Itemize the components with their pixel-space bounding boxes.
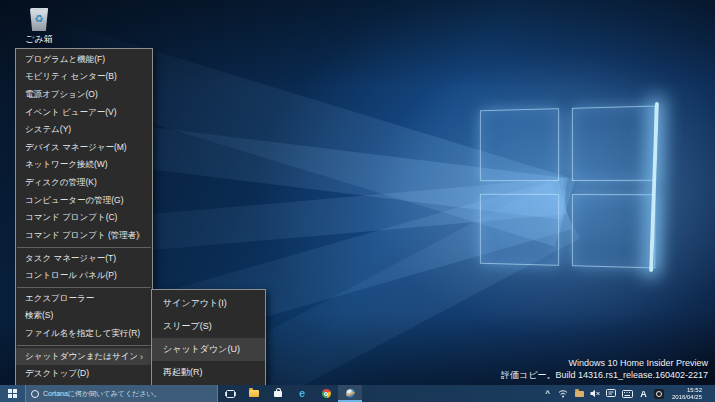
menu-item-label: ファイル名を指定して実行(R) [25,328,140,340]
ime-latin-icon: A [640,389,647,399]
system-tray: ^ [542,385,715,402]
action-center-button[interactable] [606,388,617,400]
menu-item[interactable]: ディスクの管理(K) [16,174,152,192]
wifi-icon [558,389,568,398]
planet-app-button[interactable] [338,385,362,402]
store-bag-icon [274,391,282,397]
menu-item[interactable]: エクスプローラー [16,290,152,308]
submenu-item-label: 再起動(R) [163,366,254,379]
menu-item[interactable]: イベント ビューアー(V) [16,104,152,122]
cortana-icon [31,390,39,398]
submenu-item[interactable]: スリープ(S) [152,315,265,338]
menu-item-label: デバイス マネージャー(M) [25,142,140,154]
menu-item-label: プログラムと機能(F) [25,54,140,66]
cortana-search-box[interactable]: Cortanaに何か聞いてみてください。 [25,385,218,402]
menu-item[interactable]: 電源オプション(O) [16,86,152,104]
wallpaper-window-pane [480,108,559,181]
ime-mode-button[interactable]: A [638,388,649,400]
menu-item-label: デスクトップ(D) [25,368,140,380]
chevron-up-icon: ^ [545,390,550,398]
planet-app-icon [346,389,355,398]
wallpaper-window-pane [480,193,559,266]
menu-item[interactable]: 検索(S) [16,308,152,326]
menu-item[interactable]: コンピューターの管理(G) [16,192,152,210]
watermark-line1: Windows 10 Home Insider Preview [501,358,708,370]
menu-item[interactable]: コマンド プロンプト(C) [16,209,152,227]
recycle-bin-label: ごみ箱 [17,33,61,46]
menu-item-label: 電源オプション(O) [25,89,140,101]
menu-item[interactable]: モビリティ センター(B) [16,69,152,87]
menu-item-label: モビリティ センター(B) [25,71,140,83]
ime-badge-button[interactable] [654,388,665,400]
menu-item[interactable]: シャットダウンまたはサインアウト(U) › [16,348,152,366]
network-tray-button[interactable] [558,388,569,400]
clock-date: 2016/04/25 [672,394,702,401]
folder-tray-icon [575,391,584,397]
action-center-icon [606,389,616,398]
submenu-item-label: シャットダウン(U) [163,343,254,356]
touch-keyboard-button[interactable] [622,388,633,400]
menu-item-label: イベント ビューアー(V) [25,107,140,119]
winx-menu: プログラムと機能(F) モビリティ センター(B) 電源オプション(O) イベン… [15,48,153,386]
menu-item-label: コントロール パネル(P) [25,270,140,282]
start-button[interactable] [0,385,25,402]
wallpaper-window-pane [571,106,655,181]
menu-item[interactable]: デスクトップ(D) [16,365,152,383]
store-button[interactable] [266,385,290,402]
menu-item-label: シャットダウンまたはサインアウト(U) [25,351,137,363]
menu-item[interactable]: システム(Y) [16,121,152,139]
menu-item[interactable]: コントロール パネル(P) [16,267,152,285]
submenu-item[interactable]: 再起動(R) [152,361,265,384]
file-explorer-button[interactable] [242,385,266,402]
edge-icon: e [299,388,305,399]
ime-badge-icon [654,389,664,399]
task-view-button[interactable] [218,385,242,402]
submenu-arrow-icon: › [140,352,143,362]
edge-button[interactable]: e [290,385,314,402]
recycle-bin-icon: ♻ [30,8,49,31]
menu-item-label: コンピューターの管理(G) [25,195,140,207]
clock[interactable]: 15:52 2016/04/25 [672,387,702,401]
menu-item[interactable]: プログラムと機能(F) [16,51,152,69]
menu-item[interactable]: タスク マネージャー(T) [16,250,152,268]
submenu-item-label: スリープ(S) [163,320,254,333]
recycle-symbol-icon: ♻ [30,14,49,24]
chrome-button[interactable] [314,385,338,402]
menu-item-label: 検索(S) [25,310,140,322]
menu-separator [17,345,151,346]
keyboard-icon [622,390,633,398]
hidden-icons-button[interactable]: ^ [542,388,553,400]
recycle-bin[interactable]: ♻ ごみ箱 [17,8,61,46]
submenu-item-label: サインアウト(I) [163,297,254,310]
windows-logo-icon [8,389,17,398]
menu-item-label: コマンド プロンプト (管理者)(A) [25,230,140,242]
wallpaper-window-pane [571,194,655,269]
menu-item-label: エクスプローラー [25,293,140,305]
menu-item[interactable]: ファイル名を指定して実行(R) [16,325,152,343]
menu-separator [17,247,151,248]
search-placeholder: Cortanaに何か聞いてみてください。 [43,389,161,399]
folder-icon [249,390,259,397]
submenu-item[interactable]: シャットダウン(U) [152,338,265,361]
menu-item[interactable]: デバイス マネージャー(M) [16,139,152,157]
build-watermark: Windows 10 Home Insider Preview 評価コピー。Bu… [501,358,708,381]
menu-item-label: コマンド プロンプト(C) [25,212,140,224]
task-view-icon [225,390,236,398]
menu-item[interactable]: ネットワーク接続(W) [16,157,152,175]
menu-item-label: ネットワーク接続(W) [25,159,140,171]
watermark-line2: 評価コピー。Build 14316.rs1_release.160402-221… [501,370,708,382]
menu-item[interactable]: コマンド プロンプト (管理者)(A) [16,227,152,245]
clock-time: 15:52 [687,387,702,394]
speaker-muted-icon [590,389,601,398]
submenu-item[interactable]: サインアウト(I) [152,292,265,315]
taskbar: Cortanaに何か聞いてみてください。 e ^ [0,385,715,402]
menu-item-label: システム(Y) [25,124,140,136]
menu-separator [17,287,151,288]
chrome-icon [322,389,331,398]
menu-item-label: タスク マネージャー(T) [25,253,140,265]
shutdown-submenu: サインアウト(I) スリープ(S) シャットダウン(U) 再起動(R) [151,289,266,388]
volume-tray-button[interactable] [590,388,601,400]
menu-item-label: ディスクの管理(K) [25,177,140,189]
wallpaper-windows-logo [480,106,655,269]
folder-tray-button[interactable] [574,388,585,400]
